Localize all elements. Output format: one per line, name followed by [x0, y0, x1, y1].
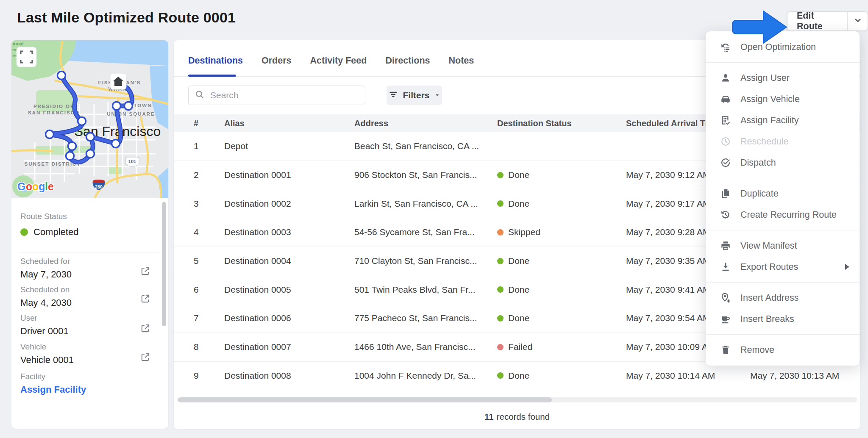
- menu-item-create-recurring-route[interactable]: Create Recurring Route: [706, 204, 860, 225]
- menu-item-view-manifest[interactable]: View Manifest: [706, 235, 860, 256]
- menu-divider: [706, 282, 860, 283]
- svg-text:280: 280: [95, 184, 103, 189]
- status-dot-done: [497, 200, 504, 207]
- svg-text:101: 101: [128, 159, 136, 164]
- user-icon: [720, 72, 731, 83]
- col-address[interactable]: Address: [354, 119, 497, 128]
- filter-icon: [388, 89, 398, 102]
- field-user: User Driver 0001: [20, 313, 69, 337]
- svg-text:o: o: [26, 180, 32, 192]
- menu-item-assign-user[interactable]: Assign User: [706, 67, 860, 89]
- menu-item-open-optimization[interactable]: Open Optimization: [706, 36, 860, 58]
- tab-directions[interactable]: Directions: [385, 55, 430, 66]
- menu-item-duplicate[interactable]: Duplicate: [706, 183, 860, 204]
- chevron-down-icon: [852, 15, 863, 28]
- svg-text:g: g: [39, 180, 45, 192]
- col-destination-status[interactable]: Destination Status: [497, 119, 626, 128]
- tab-notes[interactable]: Notes: [449, 55, 474, 66]
- active-tab-underline: [188, 75, 236, 77]
- caret-down-icon: [434, 90, 440, 100]
- status-dot-skipped: [497, 229, 504, 236]
- depot-marker: [110, 73, 126, 89]
- sidebar-scrollbar[interactable]: [162, 202, 166, 326]
- external-link-icon[interactable]: [140, 266, 151, 277]
- external-link-icon[interactable]: [140, 293, 151, 304]
- edit-route-dropdown-toggle[interactable]: [847, 11, 868, 31]
- filters-button[interactable]: Filters: [387, 86, 442, 105]
- printer-icon: [720, 240, 731, 251]
- optimization-icon: [720, 42, 731, 53]
- highway-shield-101: 101: [125, 157, 139, 166]
- status-dot-completed: [20, 228, 28, 236]
- menu-item-assign-facility[interactable]: Assign Facility: [706, 110, 860, 131]
- field-vehicle: Vehicle Vehicle 0001: [20, 342, 74, 366]
- google-logo: G o o g l e: [17, 180, 54, 192]
- menu-divider: [706, 230, 860, 230]
- menu-divider: [706, 178, 860, 178]
- external-link-icon[interactable]: [140, 323, 151, 334]
- route-status-label: Route Status: [20, 212, 67, 221]
- status-dot-done: [497, 258, 504, 264]
- submenu-arrow-icon: [845, 264, 849, 270]
- search-field: [188, 86, 365, 105]
- horizontal-scrollbar[interactable]: [177, 397, 857, 402]
- field-facility: Facility Assign Facility: [20, 372, 86, 395]
- col-alias[interactable]: Alias: [224, 119, 354, 128]
- export-icon: [720, 261, 731, 272]
- recurring-icon: [720, 209, 731, 220]
- svg-text:e: e: [48, 180, 54, 192]
- page-title: Last Mile Optimized Route 0001: [17, 9, 236, 26]
- records-found-footer: 11 records found: [174, 404, 860, 429]
- sidebar-divider: [20, 252, 159, 252]
- menu-divider: [706, 334, 860, 335]
- edit-route-split-button: Edit Route: [787, 11, 868, 31]
- facility-icon: [720, 115, 731, 126]
- vehicle-icon: [720, 94, 731, 105]
- svg-text:re: re: [12, 53, 17, 58]
- insert-breaks-icon: [720, 313, 731, 324]
- external-link-icon[interactable]: [140, 352, 151, 363]
- status-dot-done: [497, 172, 504, 178]
- edit-route-button[interactable]: Edit Route: [787, 11, 847, 31]
- insert-address-icon: [720, 292, 731, 303]
- map-label-union-square: UNION SQUARE: [107, 111, 155, 116]
- status-dot-done: [497, 315, 504, 322]
- search-icon: [195, 89, 205, 101]
- assign-facility-link[interactable]: Assign Facility: [20, 384, 86, 395]
- search-input[interactable]: [209, 90, 351, 101]
- menu-item-insert-breaks[interactable]: Insert Breaks: [706, 308, 860, 330]
- menu-item-reschedule: Reschedule: [706, 131, 860, 152]
- map-label-presidio-1: PRESIDIO OF: [33, 104, 74, 109]
- status-dot-done: [497, 372, 504, 379]
- tab-destinations[interactable]: Destinations: [188, 55, 243, 66]
- clock-icon: [720, 136, 731, 147]
- edit-route-dropdown-menu: Open Optimization Assign User Assign Veh…: [706, 31, 860, 366]
- route-status-value: Completed: [20, 227, 78, 238]
- menu-item-dispatch[interactable]: Dispatch: [706, 152, 860, 173]
- tab-orders[interactable]: Orders: [262, 55, 292, 66]
- table-row[interactable]: 9Destination 0008 1004 John F Kennedy Dr…: [174, 362, 860, 391]
- menu-item-export-routes[interactable]: Export Routes: [706, 256, 860, 277]
- svg-text:o: o: [32, 180, 39, 192]
- route-summary-panel: PRESIDIO OF SAN FRANCISCO FISHERMAN'S WH…: [11, 40, 168, 429]
- route-details-page: Last Mile Optimized Route 0001 Edit Rout…: [0, 0, 868, 438]
- map-label-fragment: ional: [13, 41, 24, 46]
- menu-item-insert-address[interactable]: Insert Address: [706, 287, 860, 308]
- horizontal-scrollbar-thumb[interactable]: [178, 397, 552, 402]
- tab-bar: Destinations Orders Activity Feed Direct…: [188, 55, 474, 66]
- tab-activity-feed[interactable]: Activity Feed: [310, 55, 367, 66]
- menu-item-assign-vehicle[interactable]: Assign Vehicle: [706, 89, 860, 110]
- dispatch-icon: [720, 157, 731, 168]
- duplicate-icon: [720, 188, 731, 199]
- status-dot-failed: [497, 344, 504, 350]
- menu-item-remove[interactable]: Remove: [706, 339, 860, 360]
- trash-icon: [720, 344, 731, 355]
- map-fullscreen-button[interactable]: [17, 47, 36, 67]
- status-dot-done: [497, 286, 504, 293]
- menu-divider: [706, 62, 860, 63]
- col-num[interactable]: #: [194, 119, 224, 128]
- route-map[interactable]: PRESIDIO OF SAN FRANCISCO FISHERMAN'S WH…: [11, 40, 168, 198]
- field-scheduled-for: Scheduled for May 7, 2030: [20, 257, 72, 280]
- svg-text:l: l: [45, 180, 48, 192]
- map-label-presidio-2: SAN FRANCISCO: [28, 110, 80, 115]
